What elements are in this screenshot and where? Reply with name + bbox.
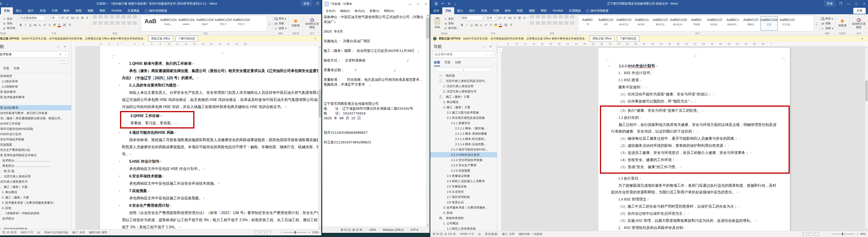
increase-indent-icon[interactable] (553, 15, 557, 19)
style-card[interactable]: AaBbCcL 表为列... (633, 16, 651, 31)
menu-item[interactable]: 文件(F) (323, 8, 338, 14)
subscript-icon[interactable]: x₂ (480, 24, 483, 27)
change-case-icon[interactable]: Aa (71, 16, 74, 20)
style-card[interactable]: AaBbCcDdI Style7 (196, 16, 214, 31)
maximize-button[interactable]: □ (852, 0, 860, 7)
font-color-icon[interactable]: A (58, 23, 61, 27)
qat-more-icon[interactable]: ⌄ (454, 2, 457, 5)
share-button[interactable]: 共享 (853, 8, 866, 14)
show-marks-icon[interactable] (133, 15, 137, 19)
ribbon-tab[interactable]: 邮件 (61, 7, 72, 14)
nav-item[interactable]: 2.2详细评审 (0, 84, 71, 89)
save-to-baidu-button[interactable]: 保存到百度网盘 (305, 15, 319, 32)
save-icon[interactable]: 🖫 (434, 2, 438, 5)
doc-paragraph[interactable]: 6.安全环保技术措施 (122, 172, 321, 180)
char-shading-icon[interactable]: A (504, 24, 508, 27)
ribbon-tab[interactable]: 插入 (454, 7, 466, 14)
ribbon-tab[interactable]: 视图 (85, 7, 96, 14)
doc-paragraph[interactable]: 承包（服务）商应遵循国家法律法规、集团公司（股份公司）相关安全规定要求以及《辽河… (122, 67, 321, 82)
phonetic-guide-icon[interactable]: 变 (81, 16, 84, 20)
language-indicator[interactable]: 英语(美国) (485, 232, 498, 236)
style-card[interactable]: AaBbC 15 (579, 16, 596, 31)
superscript-icon[interactable]: x² (43, 24, 46, 27)
doc-paragraph[interactable]: （1）施工中员工的生命与财产同时受到危害时，以保护员工的生命为主； (611, 203, 780, 210)
web-layout-icon[interactable] (267, 231, 271, 234)
borders-icon[interactable] (570, 22, 574, 25)
doc-paragraph[interactable]: （1）确保每位员工服务过程中，避开可能影响到人员健康与安全的因素； (611, 135, 779, 142)
search-icon[interactable]: ⌕ (484, 53, 489, 56)
strikethrough-icon[interactable]: ab (475, 24, 478, 27)
underline-icon[interactable]: U (470, 24, 473, 27)
minimize-button[interactable]: — (406, 0, 414, 7)
decrease-indent-icon[interactable] (110, 15, 114, 19)
nav-item[interactable]: 2.4 特种人员及施工人员要求 (430, 178, 497, 184)
style-card[interactable]: AaBbCc 投标文件... (724, 16, 742, 31)
doc-paragraph[interactable]: （4）创造安全、健康的工作环境； (611, 157, 779, 164)
change-case-icon[interactable]: Aa (508, 16, 512, 20)
subscript-icon[interactable]: x₂ (38, 24, 41, 27)
doc-paragraph[interactable]: 为了能够圆满完成项目服务中的每项工作，各部门应通过执行适当的规章制度、措施和行动… (611, 182, 780, 196)
ribbon-tab[interactable]: 插入 (13, 7, 25, 14)
doc-paragraph[interactable]: 1.1 HSE 政策 (611, 77, 780, 84)
doc-paragraph[interactable]: 1.2 执行目的 (611, 114, 779, 122)
nav-item[interactable]: 3.QHSE工作目标 (0, 121, 71, 126)
asian-layout-icon[interactable] (121, 15, 126, 19)
ribbon-tab[interactable]: 百度网盘 (566, 7, 584, 14)
style-card[interactable]: AaBbCcD p16 (597, 16, 615, 31)
bold-icon[interactable]: B (460, 24, 464, 27)
search-dropdown-icon[interactable]: ⌄ (63, 53, 69, 56)
find-button[interactable]: 查找▾ (275, 17, 286, 21)
nav-item[interactable]: 三、施工（服务）方案 (0, 184, 71, 190)
nav-tab[interactable]: 页面 (444, 60, 451, 66)
document-page[interactable]: ↵ 2.2.3 HSE作业计划书1、HSE 作业计划书1.1 HSE 政策服务中… (598, 48, 790, 231)
track-changes-indicator[interactable]: 修订: 关闭 (502, 232, 515, 236)
ribbon-tab[interactable]: 开始 (442, 7, 454, 14)
multilevel-list-icon[interactable] (104, 15, 108, 19)
doc-paragraph[interactable]: 零事故、零污染，零伤害。 (123, 120, 192, 127)
search-dropdown-icon[interactable]: ⌄ (489, 53, 494, 56)
cut-button[interactable]: ✂剪切 (444, 17, 457, 21)
clear-formatting-icon[interactable]: A (513, 16, 517, 20)
ribbon-tab[interactable]: 布局 (478, 7, 490, 14)
nav-item[interactable]: 4.项目可能存在的HSE风险 (0, 126, 71, 132)
menu-item[interactable]: 查看(V) (367, 8, 381, 14)
qat-more-icon[interactable]: ⌄ (6, 2, 8, 5)
nav-item[interactable]: 2.1初步评审 (0, 79, 71, 84)
nav-item[interactable]: 一、 响应函 (430, 73, 497, 78)
nav-item[interactable]: 第四章 技术标准和要求 (0, 95, 71, 100)
get-office-button[interactable]: 获取正版 Office (590, 36, 614, 41)
menu-item[interactable]: 格式(O) (352, 8, 367, 14)
enclose-char-icon[interactable]: 字 (509, 23, 513, 27)
style-card[interactable]: AaBbC 节标题 (688, 16, 705, 31)
indent-marker-icon[interactable]: ▽ (121, 42, 123, 44)
accessibility-indicator[interactable]: 辅助功能: 调查 (89, 231, 107, 235)
collapse-ribbon-icon[interactable]: ⌃ (318, 32, 320, 35)
ribbon-tab[interactable]: 设计 (25, 7, 37, 14)
doc-paragraph[interactable]: 2、HSE 管理组织及岗位风险评价及控制 (611, 225, 780, 231)
banner-close-icon[interactable]: × (312, 37, 318, 40)
nav-item[interactable]: 五、《详细评审》中响应的资料 (0, 211, 71, 216)
page-indicator[interactable]: 页, 共 28 页 (2, 231, 17, 235)
scrollbar-thumb[interactable] (426, 18, 429, 38)
char-shading-icon[interactable]: A (62, 24, 67, 27)
shrink-font-icon[interactable]: Aˇ (503, 16, 506, 20)
grow-font-icon[interactable]: A^ (498, 16, 502, 20)
ribbon-tab[interactable]: 视图 (526, 7, 538, 14)
nav-tab[interactable]: 结果 (14, 66, 20, 72)
nav-item[interactable]: 2. 施工（服务）方案 (0, 195, 71, 200)
maximize-button[interactable]: □ (414, 0, 422, 7)
redo-icon[interactable]: ↻ (0, 2, 2, 5)
select-button[interactable]: ▷选择▾ (275, 26, 286, 30)
doc-paragraph[interactable]: （5）形成“安全、健康”的工作习惯。 (611, 164, 779, 171)
ribbon-tab[interactable]: 开始 (1, 7, 13, 14)
char-border-icon[interactable]: A (86, 16, 89, 20)
nav-item[interactable]: 3. 技术服务承诺（主要说明服务... (430, 205, 497, 210)
superscript-icon[interactable]: x² (485, 24, 488, 27)
text-effects-icon[interactable]: A (48, 24, 51, 27)
align-right-icon[interactable] (541, 22, 546, 25)
save-to-baidu-button[interactable]: 保存到百度网盘 (851, 15, 866, 32)
italic-icon[interactable]: I (465, 24, 468, 27)
increase-indent-icon[interactable] (116, 15, 120, 19)
vertical-scrollbar[interactable]: ▲ ▼ (426, 14, 430, 227)
nav-item[interactable]: 2.6 从业经历 (430, 189, 497, 194)
